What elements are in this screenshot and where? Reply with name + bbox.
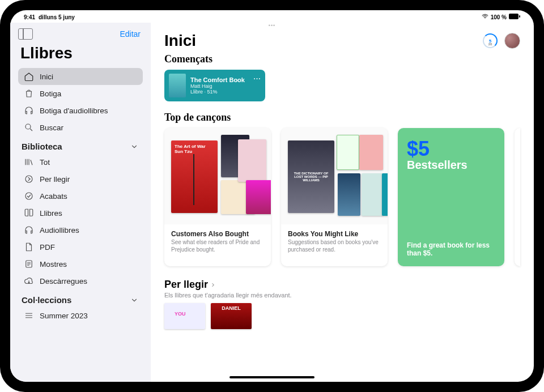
book-cover — [337, 135, 359, 170]
sidebar-item-finished[interactable]: Acabats — [18, 188, 143, 204]
sidebar-toggle-icon[interactable] — [18, 28, 33, 40]
sidebar-item-label: Buscar — [40, 123, 63, 132]
sidebar-item-downloads[interactable]: Descàrregues — [18, 272, 143, 289]
account-avatar-button[interactable] — [504, 33, 520, 49]
check-circle-icon — [24, 191, 34, 201]
lines-icon — [24, 310, 34, 321]
sidebar-item-label: Tot — [40, 158, 50, 167]
top-picks-row[interactable]: The Art of War Sun Tzu Customers Also Bo… — [164, 128, 520, 266]
book-cover: THE DICTIONARY OF LOST WORDS — PIP WILLI… — [288, 140, 334, 213]
headphones-icon — [24, 105, 34, 116]
sidebar-item-label: Mostres — [40, 260, 67, 269]
section-want-subtitle: Els llibres que t'agradaria llegir més e… — [164, 292, 520, 299]
battery-text: 100 % — [491, 14, 507, 20]
edit-button[interactable]: Editar — [120, 29, 141, 39]
reading-progress: Llibre · 51% — [190, 89, 245, 95]
promo-subtitle: Find a great book for less than $5. — [407, 241, 495, 257]
book-icon — [24, 208, 34, 218]
home-indicator[interactable] — [230, 376, 314, 378]
cloud-download-icon — [24, 276, 34, 286]
sidebar-item-collection-summer[interactable]: Summer 2023 — [18, 307, 143, 324]
app-title: Llibres — [18, 42, 143, 68]
svg-point-3 — [26, 176, 32, 182]
sidebar-item-label: Botiga d'audiollibres — [40, 106, 108, 115]
book-cover — [362, 173, 383, 216]
status-date: dilluns 5 juny — [39, 14, 75, 20]
svg-point-4 — [26, 193, 32, 199]
sidebar-item-home[interactable]: Inici — [18, 68, 143, 85]
sidebar-item-label: Audiollibres — [40, 226, 79, 235]
chevron-down-icon — [130, 143, 138, 151]
promo-title: Bestsellers — [407, 159, 495, 172]
pick-title: Books You Might Like — [288, 230, 381, 238]
sidebar-item-label: Summer 2023 — [40, 312, 88, 320]
sidebar-item-label: Botiga — [40, 90, 61, 98]
chevron-down-icon — [130, 296, 138, 304]
reading-author: Matt Haig — [190, 83, 245, 89]
promo-card-bestsellers[interactable]: $5 Bestsellers Find a great book for les… — [398, 128, 504, 266]
reading-title: The Comfort Book — [190, 76, 245, 83]
book-cover — [382, 173, 388, 216]
collection-icon — [24, 157, 34, 167]
list-icon — [24, 259, 34, 269]
book-cover[interactable] — [164, 303, 205, 329]
cover-stack: THE DICTIONARY OF LOST WORDS — PIP WILLI… — [281, 128, 388, 224]
sidebar-item-search[interactable]: Buscar — [18, 119, 143, 136]
sidebar-item-pdf[interactable]: PDF — [18, 238, 143, 255]
sidebar-item-books[interactable]: Llibres — [18, 204, 143, 221]
document-icon — [24, 242, 34, 252]
page-title: Inici — [164, 32, 196, 50]
pick-card-also-bought[interactable]: The Art of War Sun Tzu Customers Also Bo… — [164, 128, 271, 266]
section-want-header[interactable]: Per llegir — [164, 279, 520, 291]
next-card-peek[interactable] — [515, 128, 520, 266]
section-started-title: Començats — [164, 53, 520, 65]
sidebar-item-label: Per llegir — [40, 175, 70, 184]
sidebar-item-label: PDF — [40, 243, 55, 252]
section-top-title: Top de cançons — [164, 112, 520, 123]
sidebar-item-store[interactable]: Botiga — [18, 85, 143, 102]
wifi-icon — [482, 13, 488, 21]
sidebar-item-label: Inici — [40, 73, 53, 81]
book-cover: The Art of War Sun Tzu — [171, 140, 218, 213]
want-covers-row[interactable]: DANIEL — [164, 303, 520, 329]
chevron-right-icon — [210, 282, 216, 288]
sidebar-item-audiostore[interactable]: Botiga d'audiollibres — [18, 102, 143, 119]
arrow-circle-icon — [24, 174, 34, 184]
pick-subtitle: See what else readers of Pride and Preju… — [171, 239, 264, 253]
sidebar-item-samples[interactable]: Mostres — [18, 255, 143, 272]
status-bar: 9:41 dilluns 5 juny 100 % — [10, 10, 534, 23]
sidebar-section-library[interactable]: Biblioteca — [18, 136, 143, 154]
pick-card-might-like[interactable]: THE DICTIONARY OF LOST WORDS — PIP WILLI… — [281, 128, 388, 266]
more-icon[interactable]: ⋯ — [253, 74, 261, 83]
section-label: Col·leccions — [22, 295, 71, 305]
battery-icon — [509, 14, 520, 20]
svg-rect-1 — [519, 15, 520, 18]
book-cover — [338, 173, 360, 216]
sidebar-item-label: Llibres — [40, 209, 62, 218]
book-cover — [238, 139, 266, 182]
status-time: 9:41 — [24, 14, 35, 20]
book-cover — [359, 135, 383, 170]
book-cover[interactable]: DANIEL — [211, 303, 252, 329]
pick-subtitle: Suggestions based on books you've purcha… — [288, 239, 381, 253]
screen: 9:41 dilluns 5 juny 100 % ••• Editar Lli… — [10, 10, 534, 382]
svg-point-2 — [26, 124, 31, 129]
home-icon — [24, 71, 34, 82]
ipad-frame: 9:41 dilluns 5 juny 100 % ••• Editar Lli… — [0, 0, 544, 392]
svg-rect-0 — [509, 14, 518, 19]
headphones-icon — [24, 225, 34, 235]
reading-goal-button[interactable]: 5 20 — [483, 33, 498, 48]
continue-reading-card[interactable]: The Comfort Book Matt Haig Llibre · 51% … — [164, 70, 265, 101]
sidebar-item-audio[interactable]: Audiollibres — [18, 221, 143, 238]
goal-target: 20 — [488, 42, 492, 46]
book-cover — [246, 180, 271, 214]
sidebar-section-collections[interactable]: Col·leccions — [18, 289, 143, 307]
sidebar-item-all[interactable]: Tot — [18, 154, 143, 171]
book-cover-thumb — [169, 74, 186, 97]
promo-price: $5 — [407, 137, 495, 161]
search-icon — [24, 122, 34, 133]
section-want-title: Per llegir — [164, 279, 208, 291]
bag-icon — [24, 88, 34, 99]
sidebar-item-toread[interactable]: Per llegir — [18, 171, 143, 188]
sidebar: Editar Llibres Inici Botiga Botiga d'aud… — [10, 23, 151, 382]
